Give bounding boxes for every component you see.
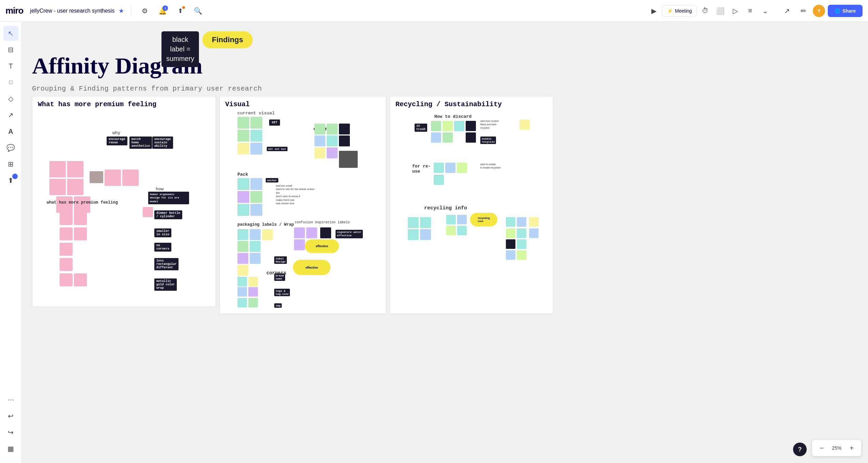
pointer-button[interactable]: ✏ [796, 4, 810, 18]
chevron-down-icon: ⌄ [762, 7, 768, 15]
insert-badge [12, 174, 18, 179]
insert-tool-button[interactable]: ⬆ [3, 173, 18, 188]
section-premium: What has more premium feeling why encour… [32, 96, 216, 307]
sticky-note [237, 265, 248, 276]
more-tools-icon: ⋯ [7, 396, 14, 404]
notes-button[interactable]: ≡ [743, 4, 757, 18]
why-label: why [112, 130, 120, 135]
redo-icon: ↪ [8, 428, 14, 436]
sticky-note-dark [320, 227, 331, 238]
sidebar: ↖ ⊟ T □ ◇ ↗ A 💬 ⊞ ⬆ ⋯ ↩ ↪ ▦ [0, 22, 22, 463]
notifications-button[interactable]: 🔔 1 [156, 4, 169, 18]
sticky-note [457, 215, 467, 224]
sticky-note-dark [506, 239, 515, 249]
black-node-less-rect: lessrectangulardifferent [154, 258, 179, 270]
sticky-note-dark [339, 124, 350, 134]
undo-icon: ↩ [8, 412, 14, 420]
sticky-note [434, 163, 444, 173]
board-title: jellyCrew - user research synthesis [30, 8, 114, 14]
frame-button[interactable]: ⬜ [713, 4, 727, 18]
sticky-note [237, 298, 247, 307]
sticky-note [237, 178, 249, 190]
frame-tool-button[interactable]: ⊟ [3, 42, 18, 57]
sticky-note [294, 227, 305, 238]
right-nav: ↗ ✏ Y 🌐 Share [780, 4, 863, 18]
sticky-note [237, 117, 249, 129]
upload-button[interactable]: ⬆ [173, 4, 187, 18]
black-node-anchor: anchor [266, 178, 278, 182]
present-icon: ▷ [733, 7, 738, 15]
sticky-note [420, 229, 431, 240]
sticky-note [237, 287, 247, 297]
text-tool-button[interactable]: T [3, 59, 18, 74]
cursor-button[interactable]: ↖ [3, 26, 18, 41]
tooltip-box: black label = summery [161, 31, 199, 67]
note-tool-icon: □ [9, 79, 13, 85]
sticky-note [74, 212, 87, 225]
sidebar-bottom: ↩ ↪ ▦ [3, 409, 18, 459]
sticky-note-dark [466, 132, 476, 143]
section-recycling-label: Recycling / Sustainability [390, 96, 553, 108]
select-tool-button[interactable]: ⊞ [3, 157, 18, 172]
sticky-note [250, 191, 262, 203]
sticky-note [431, 121, 441, 131]
timer-button[interactable]: ⏱ [698, 4, 712, 18]
panel-button[interactable]: ▦ [3, 441, 18, 456]
avatar[interactable]: Y [813, 5, 825, 17]
share-button[interactable]: 🌐 Share [828, 5, 863, 17]
sticky-note [294, 239, 305, 250]
frame-tool-icon: ⊟ [8, 46, 14, 54]
sticky-note [250, 204, 262, 216]
text2-tool-icon: A [8, 128, 13, 135]
effective-blob: effective [305, 239, 339, 253]
zoom-out-button[interactable]: − [816, 443, 827, 453]
sticky-note [327, 124, 338, 134]
sticky-note [237, 204, 249, 216]
settings-button[interactable]: ⚙ [138, 4, 152, 18]
more-tools-button[interactable]: ⋯ [3, 392, 18, 407]
section-visual: Visual current visual color GET not set … [219, 96, 386, 314]
black-node-enable: enablerecyclin [480, 137, 496, 144]
more-nav-button[interactable]: ⌄ [758, 4, 772, 18]
sticky-note [314, 124, 325, 134]
sticky-note [517, 217, 526, 227]
canvas[interactable]: black label = summery Findings Affinity … [22, 22, 868, 463]
sticky-note [446, 215, 456, 224]
sticky-note-dark [339, 135, 350, 146]
cursor-icon: ↖ [8, 29, 14, 37]
what-premium-label: what has more premium feeling [47, 200, 118, 205]
redo-button[interactable]: ↪ [3, 425, 18, 440]
search-button[interactable]: 🔍 [191, 4, 205, 18]
pack-text-notes: bad too smallwant to see for the whole s… [276, 184, 317, 205]
gear-icon: ⚙ [142, 7, 148, 15]
zoom-in-button[interactable]: + [846, 443, 857, 453]
undo-button[interactable]: ↩ [3, 409, 18, 424]
effective-blob-2: effective [293, 260, 330, 275]
note-tool-button[interactable]: □ [3, 75, 18, 90]
sticky-note [250, 143, 262, 155]
arrow-right-icon: ▶ [651, 7, 656, 15]
collapse-button[interactable]: ▶ [647, 4, 661, 18]
arrow-tool-button[interactable]: ↗ [3, 108, 18, 123]
current-visual-label: current visual [237, 111, 275, 116]
upload-badge [182, 6, 185, 9]
section-visual-label: Visual [220, 96, 386, 108]
cursor-tool-button[interactable]: ↗ [780, 4, 794, 18]
black-node-metallic: metallicgold colorwrap [154, 278, 177, 291]
help-button[interactable]: ? [793, 443, 807, 456]
sticky-note [250, 229, 261, 240]
meeting-button[interactable]: ⚡ Meeting [662, 5, 697, 17]
lightning-icon: ⚡ [667, 8, 673, 14]
star-icon[interactable]: ★ [119, 7, 124, 15]
text-tool-icon: T [9, 62, 13, 70]
sticky-note [327, 135, 338, 146]
text2-tool-button[interactable]: A [3, 124, 18, 139]
present-button[interactable]: ▷ [728, 4, 742, 18]
findings-badge[interactable]: Findings [202, 31, 253, 48]
image-placeholder [90, 171, 103, 183]
sticky-note [60, 273, 73, 286]
comment-tool-button[interactable]: 💬 [3, 140, 18, 155]
sticky-note [237, 191, 249, 203]
black-node-signature: signature watereffective [336, 230, 363, 238]
shapes-tool-button[interactable]: ◇ [3, 91, 18, 106]
